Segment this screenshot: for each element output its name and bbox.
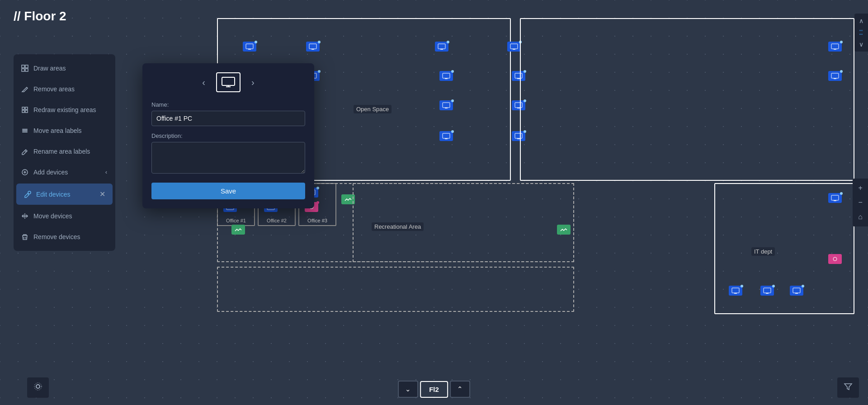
sensor-button[interactable]: [27, 377, 49, 398]
svg-rect-9: [22, 130, 28, 131]
sidebar-item-remove-devices[interactable]: Remove devices: [14, 226, 115, 247]
chevron-up-icon: ⌃: [457, 385, 463, 393]
device-monitor[interactable]: [439, 131, 453, 141]
it-dept-label: IT dept: [751, 247, 775, 256]
sidebar-item-label: Move area labels: [33, 127, 82, 134]
svg-rect-30: [443, 73, 450, 78]
scroll-up-button[interactable]: ∧: [856, 15, 866, 26]
svg-rect-6: [22, 110, 24, 113]
svg-point-59: [833, 257, 837, 261]
it-dept-room: IT dept: [714, 183, 854, 314]
svg-rect-7: [25, 110, 28, 113]
svg-rect-38: [443, 133, 450, 138]
rename-icon: [21, 147, 29, 155]
sidebar-item-label: Edit devices: [36, 191, 70, 198]
sidebar-item-edit-devices[interactable]: Edit devices ✕: [16, 184, 113, 205]
device-monitor[interactable]: [435, 42, 448, 52]
top-right-panel: ∧ ⁚⁚ ∨: [854, 14, 868, 52]
middle-area: [353, 183, 574, 262]
svg-rect-42: [831, 44, 839, 49]
top-right-room: [520, 18, 854, 181]
floor-controls: ⌄ Fl2 ⌃: [398, 381, 470, 398]
device-monitor[interactable]: [439, 100, 453, 110]
device-monitor-it-bottom-2[interactable]: [760, 286, 774, 296]
close-edit-devices-button[interactable]: ✕: [99, 190, 105, 198]
sidebar-item-move-labels[interactable]: Move area labels: [14, 120, 115, 141]
sidebar-item-remove-areas[interactable]: Remove areas: [14, 79, 115, 99]
svg-rect-8: [22, 129, 28, 130]
modal-device-icon: [216, 72, 241, 92]
grid-icon: [21, 64, 29, 72]
svg-rect-0: [22, 65, 24, 68]
device-monitor[interactable]: [306, 42, 320, 52]
svg-rect-24: [510, 44, 518, 49]
device-sensor-recreational[interactable]: [231, 225, 245, 235]
sidebar-item-label: Rename area labels: [33, 148, 90, 155]
home-button[interactable]: ⌂: [854, 211, 866, 223]
sidebar-item-move-devices[interactable]: Move devices: [14, 206, 115, 226]
edit-device-icon: [24, 190, 32, 198]
device-monitor-it[interactable]: [828, 193, 842, 203]
modal-prev-button[interactable]: ‹: [198, 75, 209, 89]
scroll-down-button[interactable]: ∨: [856, 39, 866, 50]
move-icon: [21, 127, 29, 135]
sidebar-item-label: Move devices: [33, 212, 72, 220]
device-monitor[interactable]: [507, 42, 521, 52]
device-monitor[interactable]: [439, 71, 453, 81]
zoom-in-button[interactable]: +: [854, 182, 866, 194]
svg-point-69: [36, 385, 40, 388]
svg-point-70: [34, 383, 42, 390]
sidebar-item-rename-labels[interactable]: Rename area labels: [14, 141, 115, 162]
sidebar-item-add-devices[interactable]: Add devices: [14, 162, 115, 183]
device-monitor[interactable]: [243, 42, 256, 52]
device-edit-modal: ‹ › Name: Description: Save: [142, 63, 314, 208]
svg-rect-60: [732, 288, 739, 293]
filter-button[interactable]: [837, 377, 859, 398]
svg-rect-2: [22, 69, 24, 71]
description-textarea[interactable]: [151, 142, 305, 174]
name-label: Name:: [151, 101, 305, 108]
svg-rect-10: [22, 132, 28, 132]
svg-rect-22: [438, 44, 445, 49]
svg-rect-64: [793, 288, 800, 293]
sidebar-item-redraw-areas[interactable]: Redraw existing areas: [14, 99, 115, 120]
device-monitor-it-bottom-1[interactable]: [729, 286, 742, 296]
device-monitor[interactable]: [828, 71, 842, 81]
svg-rect-44: [831, 73, 839, 78]
device-pink-it[interactable]: [828, 254, 842, 264]
sidebar-item-draw-areas[interactable]: Draw areas: [14, 58, 115, 79]
zoom-out-button[interactable]: −: [854, 197, 866, 208]
svg-rect-20: [309, 44, 316, 49]
plus-circle-icon: [21, 168, 29, 176]
sidebar-item-label: Add devices: [33, 169, 68, 176]
chevron-down-icon: ⌄: [405, 385, 411, 393]
svg-rect-34: [443, 103, 450, 108]
sidebar-collapse-button[interactable]: ‹: [102, 163, 111, 181]
device-monitor-it-bottom-3[interactable]: [790, 286, 803, 296]
open-space-label: Open Space: [354, 105, 392, 113]
svg-rect-1: [25, 65, 28, 68]
eraser-icon: [21, 85, 29, 93]
refresh-icon: [21, 106, 29, 114]
modal-next-button[interactable]: ›: [248, 75, 258, 89]
device-monitor[interactable]: [828, 42, 842, 52]
svg-line-11: [25, 151, 26, 152]
name-input[interactable]: [151, 111, 305, 126]
svg-rect-18: [246, 44, 253, 49]
bottom-area: [217, 267, 574, 312]
floor-next-button[interactable]: ⌃: [450, 381, 470, 398]
right-side-panel: + − ⌂: [853, 179, 868, 226]
page-title: // Floor 2: [14, 9, 66, 24]
sidebar: Draw areas Remove areas Redraw existing …: [14, 54, 115, 251]
svg-point-15: [28, 191, 31, 194]
save-button[interactable]: Save: [151, 183, 305, 199]
svg-rect-4: [22, 107, 24, 109]
svg-rect-5: [25, 107, 28, 109]
modal-header: ‹ ›: [151, 72, 305, 92]
floor-prev-button[interactable]: ⌄: [398, 381, 418, 398]
svg-rect-62: [764, 288, 771, 293]
trash-icon: [21, 233, 29, 241]
svg-rect-3: [25, 69, 28, 71]
floor-label: Fl2: [420, 381, 448, 398]
dots-button[interactable]: ⁚⁚: [856, 27, 866, 38]
